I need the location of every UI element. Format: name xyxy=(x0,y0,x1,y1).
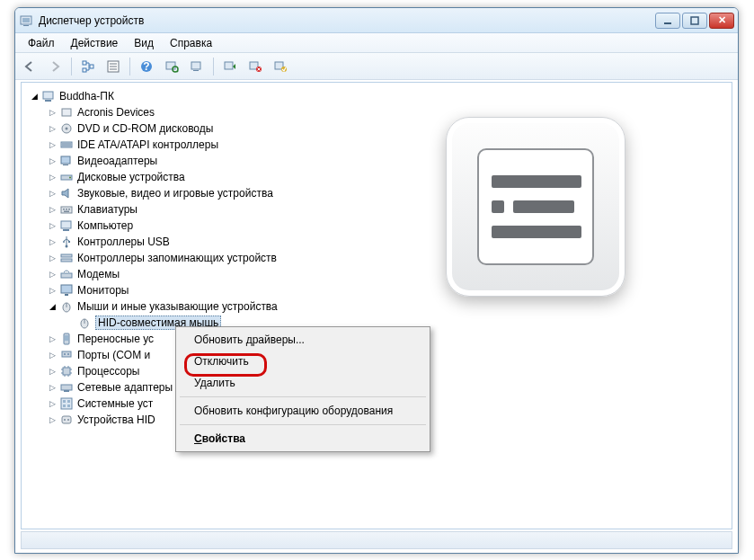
toolbar-update-button[interactable] xyxy=(219,56,241,77)
category-label: Контроллеры запоминающих устройств xyxy=(77,252,277,264)
device-category-icon xyxy=(59,413,74,427)
statusbar xyxy=(21,531,732,549)
expander-icon[interactable]: ▷ xyxy=(47,269,58,280)
device-category-icon xyxy=(59,299,74,314)
tree-root[interactable]: ◢Buddha-ПК xyxy=(23,88,730,104)
tree-category[interactable]: ▷Acronis Devices xyxy=(23,104,730,120)
category-label: IDE ATA/ATAPI контроллеры xyxy=(77,138,218,151)
maximize-button[interactable] xyxy=(682,13,707,29)
context-menu-item[interactable]: Обновить конфигурацию оборудования xyxy=(178,400,428,422)
svg-rect-62 xyxy=(63,368,70,375)
category-label: Переносные ус xyxy=(77,333,154,345)
expander-icon[interactable]: ▷ xyxy=(47,333,58,344)
svg-rect-73 xyxy=(61,398,72,409)
expander-icon[interactable]: ▷ xyxy=(47,366,58,377)
svg-rect-48 xyxy=(61,254,72,257)
svg-rect-71 xyxy=(61,385,72,390)
expander-icon[interactable]: ▷ xyxy=(47,414,58,425)
svg-rect-6 xyxy=(83,68,86,72)
toolbar-help-button[interactable]: ? xyxy=(136,56,157,77)
svg-rect-31 xyxy=(61,142,72,147)
toolbar-properties-button[interactable] xyxy=(102,56,124,77)
svg-rect-58 xyxy=(65,335,68,341)
expander-icon[interactable]: ▷ xyxy=(47,253,58,263)
device-category-icon xyxy=(59,105,74,120)
svg-rect-28 xyxy=(62,109,71,116)
context-menu-item[interactable]: Удалить xyxy=(178,372,428,394)
expander-icon[interactable]: ▷ xyxy=(47,107,58,118)
svg-rect-26 xyxy=(43,92,53,99)
minimize-button[interactable] xyxy=(655,13,680,29)
context-menu-item[interactable]: Обновить драйверы... xyxy=(178,329,428,351)
expander-icon[interactable]: ▷ xyxy=(47,172,58,182)
svg-rect-42 xyxy=(64,211,69,213)
expander-icon[interactable]: ▷ xyxy=(47,204,58,215)
menu-action[interactable]: Действие xyxy=(64,35,126,51)
toolbar-scan-button[interactable] xyxy=(161,56,182,77)
expander-icon[interactable]: ◢ xyxy=(29,91,40,102)
device-category-icon xyxy=(59,348,74,362)
svg-point-37 xyxy=(69,177,71,179)
svg-rect-14 xyxy=(166,62,175,69)
mouse-icon xyxy=(77,316,92,330)
device-category-icon xyxy=(59,202,74,217)
svg-rect-19 xyxy=(225,62,233,69)
device-category-icon xyxy=(59,218,74,233)
expander-icon[interactable]: ▷ xyxy=(47,220,58,231)
toolbar-forward-button[interactable] xyxy=(44,56,66,77)
menubar: Файл Действие Вид Справка xyxy=(15,33,738,53)
svg-rect-74 xyxy=(63,400,66,403)
svg-rect-44 xyxy=(63,229,69,231)
context-menu-item[interactable]: Свойства xyxy=(178,428,428,449)
device-category-icon xyxy=(59,251,74,265)
svg-rect-35 xyxy=(63,164,68,165)
svg-point-79 xyxy=(64,419,66,421)
toolbar-tree-button[interactable] xyxy=(77,56,99,77)
titlebar: Диспетчер устройств ✕ xyxy=(15,8,738,33)
svg-rect-77 xyxy=(67,404,70,407)
svg-point-30 xyxy=(66,128,68,130)
expander-icon[interactable]: ▷ xyxy=(47,156,58,166)
svg-rect-2 xyxy=(23,25,29,26)
svg-rect-4 xyxy=(691,17,698,24)
expander-icon[interactable]: ▷ xyxy=(47,350,58,360)
toolbar-back-button[interactable] xyxy=(19,56,40,77)
toolbar-separator xyxy=(213,58,214,76)
svg-rect-7 xyxy=(90,65,93,68)
device-category-icon xyxy=(59,186,74,200)
category-label: Звуковые, видео и игровые устройства xyxy=(77,187,273,200)
expander-icon[interactable]: ▷ xyxy=(47,398,58,409)
svg-rect-34 xyxy=(61,156,70,164)
menu-view[interactable]: Вид xyxy=(127,35,161,51)
category-label: Мыши и иные указывающие устройства xyxy=(77,300,278,313)
tree-category[interactable]: ▷Мониторы xyxy=(23,282,730,298)
expander-icon[interactable]: ▷ xyxy=(47,382,58,393)
expander-icon[interactable]: ▷ xyxy=(47,139,58,150)
close-button[interactable]: ✕ xyxy=(709,13,734,29)
svg-rect-43 xyxy=(61,221,71,228)
svg-point-60 xyxy=(64,353,66,355)
category-label: Процессоры xyxy=(77,365,140,378)
category-label: Системные уст xyxy=(77,397,153,410)
svg-rect-3 xyxy=(664,22,671,24)
expander-icon[interactable]: ◢ xyxy=(47,301,58,312)
menu-help[interactable]: Справка xyxy=(163,35,219,51)
expander-icon[interactable]: ▷ xyxy=(47,188,58,199)
toolbar-uninstall-button[interactable] xyxy=(244,56,266,77)
category-label: Устройства HID xyxy=(77,413,155,426)
svg-rect-17 xyxy=(191,62,200,69)
svg-point-45 xyxy=(66,245,68,248)
expander-icon[interactable]: ▷ xyxy=(47,285,58,296)
tree-category[interactable]: ◢Мыши и иные указывающие устройства xyxy=(23,298,730,315)
expander-icon[interactable]: ▷ xyxy=(47,236,58,247)
svg-rect-76 xyxy=(63,404,66,407)
toolbar-disable-button[interactable] xyxy=(270,56,291,77)
device-category-icon xyxy=(59,396,74,411)
computer-icon xyxy=(41,89,56,103)
expander-icon[interactable]: ▷ xyxy=(47,123,58,134)
context-menu-item[interactable]: Отключить xyxy=(178,351,428,372)
context-menu-separator xyxy=(180,424,426,425)
toolbar-device-button[interactable] xyxy=(186,56,208,77)
svg-rect-41 xyxy=(68,209,70,210)
menu-file[interactable]: Файл xyxy=(21,35,62,51)
